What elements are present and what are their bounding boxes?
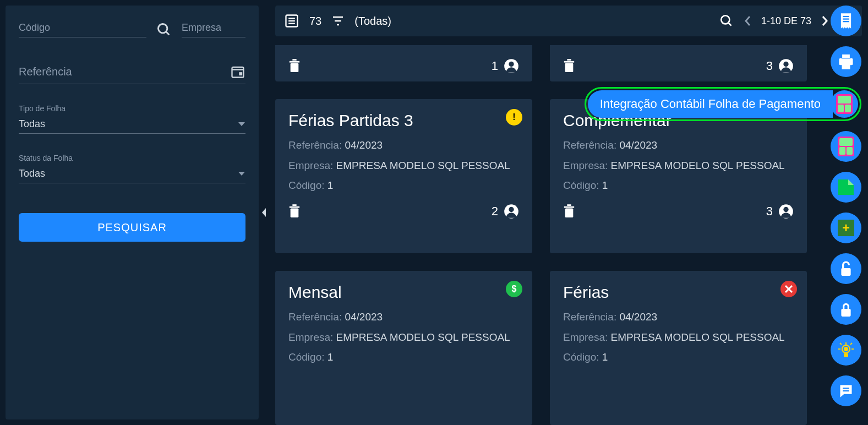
delete-button[interactable]: [563, 59, 575, 73]
svg-rect-33: [564, 206, 574, 208]
total-count: 73: [309, 15, 321, 28]
plus-icon: +: [838, 220, 854, 236]
svg-rect-28: [290, 206, 299, 208]
tipo-folha-value: Todas: [19, 118, 45, 130]
collapse-sidebar-handle[interactable]: [260, 207, 267, 218]
trash-icon: [563, 204, 575, 219]
lock-icon: [839, 302, 853, 317]
card-count: 2: [492, 204, 498, 219]
svg-rect-22: [565, 63, 574, 73]
codigo-value: 1: [327, 351, 334, 363]
calendar-icon: [230, 64, 245, 79]
codigo-value: 1: [327, 179, 334, 191]
svg-rect-24: [567, 59, 571, 61]
svg-rect-43: [842, 54, 850, 58]
fab-idea[interactable]: [831, 335, 861, 366]
trash-icon: [288, 204, 301, 219]
status-money-icon: $: [506, 281, 522, 297]
lightbulb-gear-icon: [837, 341, 855, 359]
trash-icon: [563, 59, 575, 73]
pesquisar-button[interactable]: PESQUISAR: [19, 213, 245, 242]
card-mensal[interactable]: $ Mensal Referência: 04/2023 Empresa: EM…: [275, 271, 532, 425]
svg-line-52: [840, 343, 842, 345]
svg-rect-27: [291, 208, 299, 217]
delete-button[interactable]: [288, 59, 301, 73]
svg-point-0: [159, 24, 167, 33]
svg-line-53: [850, 343, 852, 345]
fab-add[interactable]: +: [831, 212, 861, 243]
empresa-value: EMPRESA MODELO SQL PESSOAL: [336, 331, 510, 343]
filter-text: (Todas): [354, 15, 391, 28]
svg-rect-46: [841, 309, 850, 317]
chevron-down-icon: [238, 122, 245, 127]
person-icon: [504, 204, 519, 219]
svg-rect-29: [292, 204, 296, 206]
codigo-label: Código:: [288, 351, 325, 363]
svg-point-21: [509, 62, 514, 67]
filter-sidebar: Referência Tipo de Folha Todas Status da…: [6, 6, 259, 419]
list-icon[interactable]: [284, 13, 299, 29]
referencia-placeholder: Referência: [19, 66, 72, 78]
note-icon: [838, 179, 854, 195]
svg-rect-34: [567, 204, 571, 206]
ref-value: 04/2023: [345, 311, 383, 323]
card-partial[interactable]: 1: [275, 45, 532, 81]
fab-lock[interactable]: [831, 294, 861, 325]
empresa-label: Empresa:: [288, 331, 333, 343]
fab-integracao-highlighted[interactable]: Integração Contábil Folha de Pagamento: [585, 87, 861, 121]
svg-point-48: [844, 347, 848, 351]
search-icon: [156, 22, 172, 37]
empresa-label: Empresa:: [288, 160, 333, 171]
ref-label: Referência:: [288, 139, 342, 151]
svg-rect-45: [841, 268, 850, 276]
svg-rect-23: [564, 61, 574, 63]
card-count: 1: [492, 59, 498, 73]
svg-rect-44: [842, 64, 850, 69]
unlock-icon: [839, 261, 853, 276]
codigo-label: Código:: [288, 179, 325, 191]
codigo-input[interactable]: [19, 19, 146, 37]
svg-rect-32: [565, 208, 574, 217]
fab-unlock[interactable]: [831, 253, 861, 284]
status-warning-icon: !: [506, 109, 522, 126]
calculator-icon: [836, 94, 853, 114]
tipo-folha-label: Tipo de Folha: [19, 104, 245, 113]
svg-rect-19: [292, 59, 296, 61]
svg-rect-18: [290, 61, 299, 63]
ref-value: 04/2023: [345, 139, 383, 151]
svg-point-31: [509, 206, 514, 211]
chevron-down-icon: [238, 171, 245, 177]
fab-chat[interactable]: [831, 375, 861, 406]
fab-integracao[interactable]: [831, 90, 858, 118]
delete-button[interactable]: [563, 204, 575, 219]
fab-calculator[interactable]: [831, 131, 861, 162]
fab-integracao-label: Integração Contábil Folha de Pagamento: [588, 90, 833, 118]
filter-icon[interactable]: [331, 14, 345, 28]
fab-print[interactable]: [831, 46, 861, 77]
chevron-left-icon: [260, 207, 267, 218]
svg-rect-54: [844, 353, 848, 357]
fab-receipt[interactable]: [831, 6, 861, 36]
card-title: Férias Partidas 3: [288, 111, 497, 130]
fab-note[interactable]: [831, 172, 861, 203]
status-folha-value: Todas: [19, 168, 45, 179]
status-folha-select[interactable]: Todas: [19, 165, 245, 183]
ref-label: Referência:: [288, 311, 342, 323]
calculator-icon: [838, 137, 854, 156]
empresa-input[interactable]: [182, 19, 245, 37]
svg-rect-17: [291, 63, 299, 73]
search-icon-button[interactable]: [156, 22, 172, 37]
referencia-field[interactable]: Referência: [19, 64, 245, 84]
person-icon: [504, 58, 519, 74]
delete-button[interactable]: [288, 204, 301, 219]
svg-line-1: [166, 32, 170, 35]
card-ferias-partidas-3[interactable]: ! Férias Partidas 3 Referência: 04/2023 …: [275, 99, 532, 253]
receipt-icon: [838, 12, 854, 30]
print-icon: [838, 54, 854, 69]
svg-rect-3: [239, 72, 242, 75]
card-title: Mensal: [288, 283, 497, 302]
fab-column: Integração Contábil Folha de Pagamento +: [585, 6, 861, 406]
tipo-folha-select[interactable]: Todas: [19, 115, 245, 134]
empresa-value: EMPRESA MODELO SQL PESSOAL: [336, 160, 510, 171]
trash-icon: [288, 59, 301, 73]
